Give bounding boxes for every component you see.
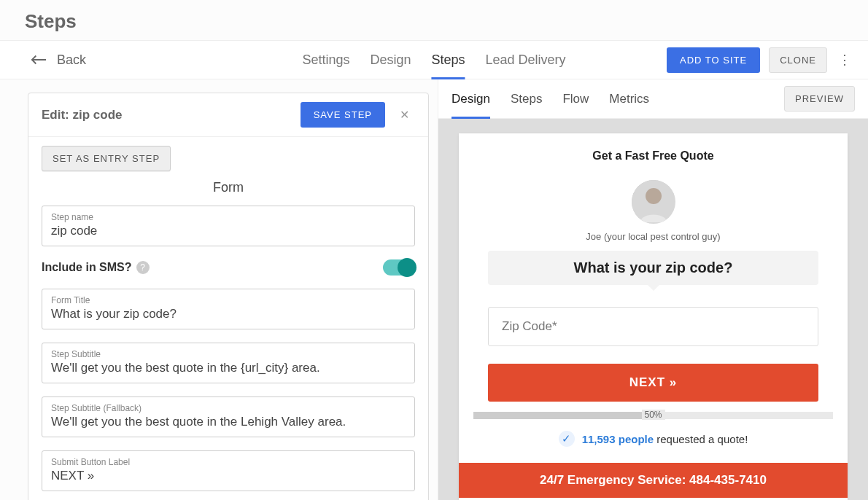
top-bar: Back Settings Design Steps Lead Delivery… [0, 40, 868, 79]
social-proof: ✓ 11,593 people requested a quote! [559, 431, 748, 447]
editor-column: Edit: zip code SAVE STEP ✕ SET AS ENTRY … [0, 79, 438, 500]
tab-lead-delivery[interactable]: Lead Delivery [486, 40, 566, 79]
tab-design[interactable]: Design [370, 40, 411, 79]
next-button[interactable]: NEXT » [488, 364, 818, 402]
include-sms-label: Include in SMS? [42, 261, 132, 274]
submit-button-label-field[interactable]: Submit Button Label [42, 450, 415, 491]
form-title-label: Form Title [51, 295, 406, 305]
overflow-menu-icon[interactable]: ⋮ [836, 51, 853, 69]
step-subtitle-field[interactable]: Step Subtitle [42, 343, 415, 383]
submit-button-label-label: Submit Button Label [51, 457, 406, 467]
back-label: Back [57, 52, 86, 68]
close-icon[interactable]: ✕ [394, 105, 415, 125]
social-suffix: requested a quote! [654, 433, 748, 445]
editor-card: Edit: zip code SAVE STEP ✕ SET AS ENTRY … [28, 93, 429, 500]
preview-stage: Get a Fast Free Quote Joe (your local pe… [438, 119, 868, 500]
include-sms-row: Include in SMS? ? [42, 259, 415, 276]
step-subtitle-fallback-label: Step Subtitle (Fallback) [51, 403, 406, 413]
progress-wrap: 50% [473, 412, 833, 419]
avatar [632, 180, 675, 224]
top-tabs: Settings Design Steps Lead Delivery [302, 40, 565, 79]
progress-label: 50% [641, 410, 664, 420]
preview-question: What is your zip code? [488, 251, 818, 285]
step-subtitle-input[interactable] [51, 361, 406, 375]
step-subtitle-fallback-input[interactable] [51, 415, 406, 429]
progress-bar: 50% [473, 412, 833, 419]
arrow-left-icon [31, 55, 47, 65]
avatar-caption: Joe (your local pest control guy) [586, 231, 720, 242]
step-name-label: Step name [51, 212, 406, 222]
page-title: Steps [0, 0, 868, 40]
preview-tab-design[interactable]: Design [452, 79, 490, 119]
back-button[interactable]: Back [31, 52, 86, 68]
preview-tab-steps[interactable]: Steps [511, 79, 542, 119]
step-subtitle-fallback-field[interactable]: Step Subtitle (Fallback) [42, 397, 415, 437]
top-actions: ADD TO SITE CLONE ⋮ [667, 47, 853, 73]
preview-tabs-row: Design Steps Flow Metrics PREVIEW [438, 79, 868, 119]
preview-tab-flow[interactable]: Flow [562, 79, 589, 119]
check-icon: ✓ [559, 431, 575, 447]
emergency-banner: 24/7 Emergency Service: 484-435-7410 [459, 463, 848, 498]
editor-header: Edit: zip code SAVE STEP ✕ [28, 93, 428, 137]
svg-point-1 [646, 188, 662, 204]
form-section-label: Form [42, 180, 415, 195]
social-count: 11,593 people [582, 433, 654, 445]
include-sms-toggle[interactable] [383, 259, 415, 276]
clone-button[interactable]: CLONE [769, 47, 827, 73]
set-entry-step-button[interactable]: SET AS ENTRY STEP [42, 146, 171, 171]
form-preview: Get a Fast Free Quote Joe (your local pe… [459, 133, 848, 500]
help-icon[interactable]: ? [136, 261, 150, 274]
submit-button-label-input[interactable] [51, 469, 406, 483]
form-title-field[interactable]: Form Title [42, 289, 415, 329]
step-name-field[interactable]: Step name [42, 206, 415, 246]
content-area: Edit: zip code SAVE STEP ✕ SET AS ENTRY … [0, 79, 868, 500]
preview-tab-metrics[interactable]: Metrics [609, 79, 649, 119]
zip-code-input[interactable] [488, 307, 818, 346]
editor-title: Edit: zip code [42, 108, 292, 122]
tab-steps[interactable]: Steps [431, 40, 465, 79]
avatar-image-icon [632, 180, 675, 224]
editor-body: SET AS ENTRY STEP Form Step name Include… [28, 137, 428, 500]
preview-button[interactable]: PREVIEW [784, 86, 855, 112]
preview-heading: Get a Fast Free Quote [592, 149, 713, 163]
add-to-site-button[interactable]: ADD TO SITE [667, 47, 760, 73]
progress-fill [473, 412, 654, 419]
save-step-button[interactable]: SAVE STEP [301, 102, 385, 128]
tab-settings[interactable]: Settings [302, 40, 349, 79]
form-title-input[interactable] [51, 307, 406, 321]
preview-tabs: Design Steps Flow Metrics [452, 79, 649, 119]
step-name-input[interactable] [51, 224, 406, 238]
step-subtitle-label: Step Subtitle [51, 349, 406, 359]
preview-column: Design Steps Flow Metrics PREVIEW Get a … [438, 79, 868, 500]
